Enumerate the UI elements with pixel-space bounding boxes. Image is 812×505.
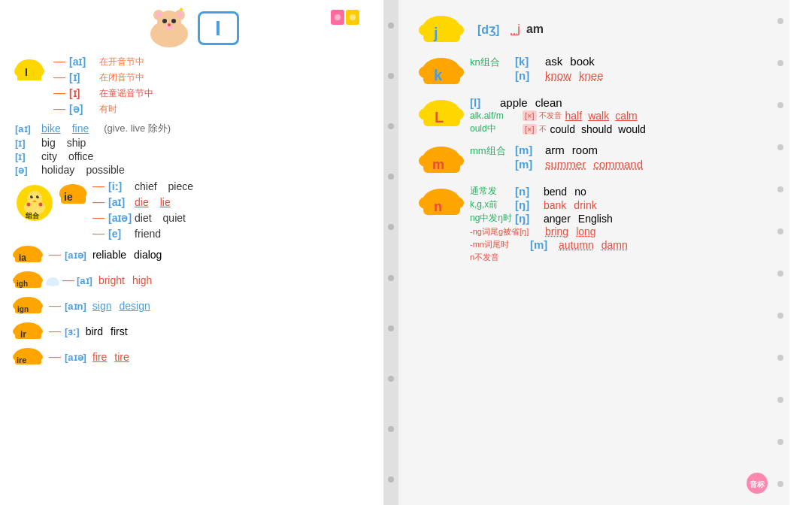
svg-text:L: L xyxy=(435,109,444,125)
divider-dot xyxy=(388,174,394,180)
hamster-icon: ✦ xyxy=(145,8,194,49)
tag-decoration xyxy=(331,10,361,34)
svg-point-6 xyxy=(162,19,167,23)
svg-text:ia: ia xyxy=(19,252,26,263)
i-rules-section: I — [aɪ] 在开音节中 — [ɪ] 在闭音节中 — [ɪ] 在童谣音节中 … xyxy=(11,53,372,118)
svg-text:igh: igh xyxy=(17,280,28,288)
k-section: k kn组合 [k] ask book [n] know knee xyxy=(417,53,767,89)
divider-dot xyxy=(388,426,394,432)
k-rule-2: [n] know knee xyxy=(515,69,604,82)
divider-dot xyxy=(388,224,394,230)
svg-text:k: k xyxy=(434,67,443,83)
other-combos: ia — [aɪə] reliable dialog igh — [a xyxy=(11,243,372,369)
ie-section: ie — [iː] chief piece — [aɪ] die lie xyxy=(56,180,372,240)
svg-point-13 xyxy=(335,14,341,20)
divider-dot xyxy=(388,73,394,79)
ie-rule-4: — [e] friend xyxy=(92,227,372,240)
svg-point-7 xyxy=(171,19,176,23)
header: ✦ I xyxy=(11,8,372,49)
svg-text:ie: ie xyxy=(64,191,73,203)
svg-text:组合: 组合 xyxy=(25,212,40,219)
svg-point-28 xyxy=(27,203,31,207)
bottom-logo: 音标 xyxy=(741,470,774,499)
svg-text:✦: ✦ xyxy=(178,8,184,14)
l-rule-1: [l] apple clean xyxy=(470,96,646,109)
word-examples: [aɪ] bike fine (give. live 除外) [ɪ] big s… xyxy=(11,122,372,176)
svg-rect-18 xyxy=(17,71,41,80)
right-dots xyxy=(774,0,786,505)
m-rule-2: [m] summer command xyxy=(515,158,643,171)
right-content: j [dʒ] _j am k kn组合 [k] ask book xyxy=(414,8,774,268)
svg-text:ire: ire xyxy=(17,355,26,364)
l-alk-row: alk.alf/m [×] 不发音 half walk calm xyxy=(470,110,646,122)
n-rule-3: ng中发ŋ时 [ŋ] anger English xyxy=(470,212,628,225)
divider-dot xyxy=(388,23,394,29)
svg-point-27 xyxy=(38,195,39,197)
ie-rule-1: — [iː] chief piece xyxy=(92,180,372,193)
ire-row: ire — [aɪə] fire tire xyxy=(11,345,372,369)
k-rule-1: [k] ask book xyxy=(515,55,604,68)
svg-point-9 xyxy=(168,23,171,26)
n-rules: 通常发 [n] bend no k,g,x前 [ŋ] bank drink ng… xyxy=(470,184,628,264)
ie-phonetic-rules: — [iː] chief piece — [aɪ] die lie — [aɪə… xyxy=(92,180,372,240)
svg-point-29 xyxy=(39,203,43,207)
svg-rect-57 xyxy=(15,331,41,339)
svg-point-47 xyxy=(46,281,52,286)
chick-combo: 组合 xyxy=(15,183,54,225)
ie-rule-3: — [aɪə] diet quiet xyxy=(92,211,372,225)
svg-text:n: n xyxy=(434,199,442,214)
svg-point-14 xyxy=(350,14,356,20)
page-divider xyxy=(383,0,398,505)
n-rule-5: -mn词尾时 [m] autumn damn xyxy=(470,238,628,251)
ign-row: ign — [aɪn] sign design xyxy=(11,294,372,318)
ie-rule-2: — [aɪ] die lie xyxy=(92,195,372,209)
ia-row: ia — [aɪə] reliable dialog xyxy=(11,243,372,267)
svg-text:ign: ign xyxy=(17,305,29,313)
rule-1: — [aɪ] 在开音节中 xyxy=(53,55,153,68)
ie-cloud: ie xyxy=(56,180,90,213)
i-phonetic-rules: — [aɪ] 在开音节中 — [ɪ] 在闭音节中 — [ɪ] 在童谣音节中 — … xyxy=(53,53,153,118)
svg-point-26 xyxy=(32,195,33,197)
example-i2: [ɪ] city office xyxy=(15,150,372,162)
svg-text:音标: 音标 xyxy=(750,480,765,488)
l-section: L [l] apple clean alk.alf/m [×] 不发音 half… xyxy=(417,95,767,136)
rule-2: — [ɪ] 在闭音节中 xyxy=(53,71,153,84)
divider-dot xyxy=(388,275,394,281)
letter-i-box: I xyxy=(198,11,239,45)
m-rules: [m] arm room [m] summer command xyxy=(515,142,643,172)
right-panel: j [dʒ] _j am k kn组合 [k] ask book xyxy=(398,0,789,505)
svg-point-4 xyxy=(156,12,162,18)
m-rule-1: [m] arm room xyxy=(515,144,643,156)
n-rule-2: k,g,x前 [ŋ] bank drink xyxy=(470,198,628,211)
left-panel: ✦ I I xyxy=(0,0,383,505)
k-rules: [k] ask book [n] know knee xyxy=(515,53,604,83)
n-rule-6: n不发音 xyxy=(470,252,628,263)
rule-4: — [ə] 有时 xyxy=(53,102,153,116)
example-i1: [ɪ] big ship xyxy=(15,137,372,149)
n-rule-1: 通常发 [n] bend no xyxy=(470,185,628,198)
n-rule-4: -ng词尾g被省[ŋ] bring long xyxy=(470,225,628,237)
n-section: n 通常发 [n] bend no k,g,x前 [ŋ] bank drink … xyxy=(417,184,767,264)
example-schwa: [ə] holiday possible xyxy=(15,164,372,176)
l-ould-row: ould中 [×] 不 could should would xyxy=(470,122,646,135)
svg-text:ir: ir xyxy=(20,329,26,340)
example-ai: [aɪ] bike fine (give. live 除外) xyxy=(15,122,372,135)
divider-dot xyxy=(388,376,394,382)
svg-text:I: I xyxy=(25,66,28,78)
svg-text:m: m xyxy=(432,157,444,172)
divider-dot xyxy=(388,325,394,331)
cloud-i-symbol: I xyxy=(11,55,47,118)
igh-row: igh — [aɪ] bright high xyxy=(11,268,372,292)
rule-3: — [ɪ] 在童谣音节中 xyxy=(53,86,153,100)
svg-point-48 xyxy=(53,281,59,286)
m-section: m mm组合 [m] arm room [m] summer command xyxy=(417,142,767,178)
divider-dot xyxy=(388,123,394,129)
l-rules: [l] apple clean alk.alf/m [×] 不发音 half w… xyxy=(470,95,646,136)
j-section: j [dʒ] _j am xyxy=(417,11,767,47)
ir-row: ir — [ɜː] bird first xyxy=(11,319,372,343)
svg-rect-67 xyxy=(423,30,460,42)
svg-text:j: j xyxy=(433,25,438,41)
divider-dot xyxy=(388,476,394,482)
combos-section: 组合 ie — [iː] chief pi xyxy=(11,180,372,240)
